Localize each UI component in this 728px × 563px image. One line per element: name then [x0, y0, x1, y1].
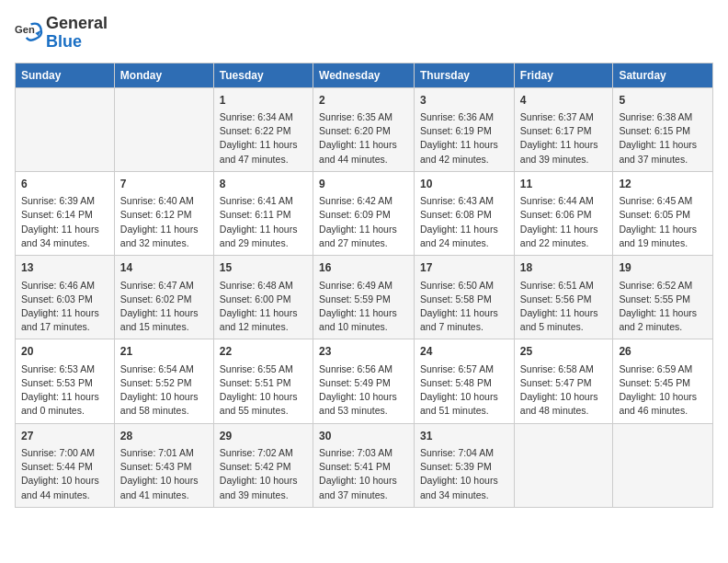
weekday-header-sunday: Sunday	[16, 63, 115, 87]
day-info: Sunrise: 6:39 AM Sunset: 6:14 PM Dayligh…	[21, 194, 108, 250]
logo: Gen GeneralBlue	[15, 15, 108, 52]
day-info: Sunrise: 6:53 AM Sunset: 5:53 PM Dayligh…	[21, 362, 108, 419]
calendar-cell: 18Sunrise: 6:51 AM Sunset: 5:56 PM Dayli…	[514, 256, 613, 339]
weekday-header-thursday: Thursday	[415, 63, 515, 87]
calendar-cell: 17Sunrise: 6:50 AM Sunset: 5:58 PM Dayli…	[415, 256, 515, 339]
day-number: 30	[319, 429, 408, 444]
calendar-cell: 4Sunrise: 6:37 AM Sunset: 6:17 PM Daylig…	[514, 87, 613, 171]
week-row-5: 27Sunrise: 7:00 AM Sunset: 5:44 PM Dayli…	[16, 423, 713, 507]
day-number: 27	[21, 429, 108, 444]
calendar-cell: 28Sunrise: 7:01 AM Sunset: 5:43 PM Dayli…	[114, 423, 213, 507]
calendar-cell: 14Sunrise: 6:47 AM Sunset: 6:02 PM Dayli…	[114, 256, 213, 339]
day-info: Sunrise: 7:03 AM Sunset: 5:41 PM Dayligh…	[319, 446, 408, 502]
calendar-cell: 10Sunrise: 6:43 AM Sunset: 6:08 PM Dayli…	[415, 171, 515, 255]
day-info: Sunrise: 6:43 AM Sunset: 6:08 PM Dayligh…	[420, 194, 508, 250]
calendar-cell: 26Sunrise: 6:59 AM Sunset: 5:45 PM Dayli…	[613, 339, 713, 423]
day-number: 7	[120, 177, 208, 192]
calendar-cell	[114, 87, 213, 171]
day-info: Sunrise: 6:52 AM Sunset: 5:55 PM Dayligh…	[619, 279, 707, 335]
day-number: 5	[619, 93, 707, 109]
day-number: 13	[21, 260, 108, 276]
day-number: 23	[319, 344, 408, 360]
day-info: Sunrise: 6:36 AM Sunset: 6:19 PM Dayligh…	[420, 110, 508, 167]
day-number: 15	[220, 260, 307, 276]
weekday-header-monday: Monday	[114, 63, 213, 87]
day-number: 12	[619, 177, 707, 192]
day-number: 31	[420, 429, 508, 444]
calendar-cell	[613, 423, 713, 507]
day-number: 3	[420, 93, 508, 109]
day-number: 4	[520, 93, 608, 109]
week-row-1: 1Sunrise: 6:34 AM Sunset: 6:22 PM Daylig…	[16, 87, 713, 171]
day-number: 11	[520, 177, 608, 192]
day-number: 1	[220, 93, 307, 109]
weekday-header-wednesday: Wednesday	[313, 63, 415, 87]
calendar-cell: 21Sunrise: 6:54 AM Sunset: 5:52 PM Dayli…	[114, 339, 213, 423]
weekday-header-tuesday: Tuesday	[213, 63, 313, 87]
calendar-cell: 8Sunrise: 6:41 AM Sunset: 6:11 PM Daylig…	[213, 171, 313, 255]
calendar-cell: 23Sunrise: 6:56 AM Sunset: 5:49 PM Dayli…	[313, 339, 415, 423]
day-info: Sunrise: 6:45 AM Sunset: 6:05 PM Dayligh…	[619, 194, 707, 250]
day-number: 6	[21, 177, 108, 192]
day-info: Sunrise: 6:34 AM Sunset: 6:22 PM Dayligh…	[220, 110, 307, 167]
weekday-header-friday: Friday	[514, 63, 613, 87]
day-info: Sunrise: 6:37 AM Sunset: 6:17 PM Dayligh…	[520, 110, 608, 167]
calendar-cell	[514, 423, 613, 507]
day-info: Sunrise: 6:50 AM Sunset: 5:58 PM Dayligh…	[420, 279, 508, 335]
calendar-cell: 3Sunrise: 6:36 AM Sunset: 6:19 PM Daylig…	[415, 87, 515, 171]
day-info: Sunrise: 6:44 AM Sunset: 6:06 PM Dayligh…	[520, 194, 608, 250]
calendar-cell: 20Sunrise: 6:53 AM Sunset: 5:53 PM Dayli…	[16, 339, 115, 423]
logo-blue: Blue	[46, 32, 82, 51]
day-number: 25	[520, 344, 608, 360]
calendar-cell	[16, 87, 115, 171]
day-info: Sunrise: 6:51 AM Sunset: 5:56 PM Dayligh…	[520, 279, 608, 335]
day-info: Sunrise: 6:55 AM Sunset: 5:51 PM Dayligh…	[220, 362, 307, 419]
calendar-cell: 1Sunrise: 6:34 AM Sunset: 6:22 PM Daylig…	[213, 87, 313, 171]
day-number: 28	[120, 429, 208, 444]
day-info: Sunrise: 6:42 AM Sunset: 6:09 PM Dayligh…	[319, 194, 408, 250]
calendar-cell: 27Sunrise: 7:00 AM Sunset: 5:44 PM Dayli…	[16, 423, 115, 507]
day-info: Sunrise: 6:58 AM Sunset: 5:47 PM Dayligh…	[520, 362, 608, 419]
day-info: Sunrise: 6:38 AM Sunset: 6:15 PM Dayligh…	[619, 110, 707, 167]
day-number: 9	[319, 177, 408, 192]
calendar-cell: 9Sunrise: 6:42 AM Sunset: 6:09 PM Daylig…	[313, 171, 415, 255]
calendar-cell: 5Sunrise: 6:38 AM Sunset: 6:15 PM Daylig…	[613, 87, 713, 171]
day-info: Sunrise: 6:40 AM Sunset: 6:12 PM Dayligh…	[120, 194, 208, 250]
weekday-header-saturday: Saturday	[613, 63, 713, 87]
week-row-2: 6Sunrise: 6:39 AM Sunset: 6:14 PM Daylig…	[16, 171, 713, 255]
day-info: Sunrise: 6:59 AM Sunset: 5:45 PM Dayligh…	[619, 362, 707, 419]
day-number: 22	[220, 344, 307, 360]
logo-icon: Gen	[15, 18, 44, 48]
week-row-3: 13Sunrise: 6:46 AM Sunset: 6:03 PM Dayli…	[16, 256, 713, 339]
day-info: Sunrise: 7:01 AM Sunset: 5:43 PM Dayligh…	[120, 446, 208, 502]
day-info: Sunrise: 6:49 AM Sunset: 5:59 PM Dayligh…	[319, 279, 408, 335]
calendar-cell: 11Sunrise: 6:44 AM Sunset: 6:06 PM Dayli…	[514, 171, 613, 255]
day-number: 10	[420, 177, 508, 192]
calendar-cell: 19Sunrise: 6:52 AM Sunset: 5:55 PM Dayli…	[613, 256, 713, 339]
day-number: 18	[520, 260, 608, 276]
day-info: Sunrise: 6:46 AM Sunset: 6:03 PM Dayligh…	[21, 279, 108, 335]
day-info: Sunrise: 6:41 AM Sunset: 6:11 PM Dayligh…	[220, 194, 307, 250]
calendar-cell: 31Sunrise: 7:04 AM Sunset: 5:39 PM Dayli…	[415, 423, 515, 507]
day-number: 24	[420, 344, 508, 360]
day-number: 16	[319, 260, 408, 276]
svg-text:Gen: Gen	[15, 24, 35, 35]
day-info: Sunrise: 7:02 AM Sunset: 5:42 PM Dayligh…	[220, 446, 307, 502]
calendar-cell: 25Sunrise: 6:58 AM Sunset: 5:47 PM Dayli…	[514, 339, 613, 423]
day-number: 19	[619, 260, 707, 276]
page-header: Gen GeneralBlue	[15, 15, 713, 52]
day-info: Sunrise: 6:57 AM Sunset: 5:48 PM Dayligh…	[420, 362, 508, 419]
day-info: Sunrise: 6:47 AM Sunset: 6:02 PM Dayligh…	[120, 279, 208, 335]
calendar-cell: 7Sunrise: 6:40 AM Sunset: 6:12 PM Daylig…	[114, 171, 213, 255]
calendar-cell: 24Sunrise: 6:57 AM Sunset: 5:48 PM Dayli…	[415, 339, 515, 423]
day-info: Sunrise: 6:35 AM Sunset: 6:20 PM Dayligh…	[319, 110, 408, 167]
day-info: Sunrise: 6:54 AM Sunset: 5:52 PM Dayligh…	[120, 362, 208, 419]
calendar-cell: 29Sunrise: 7:02 AM Sunset: 5:42 PM Dayli…	[213, 423, 313, 507]
calendar-table: SundayMondayTuesdayWednesdayThursdayFrid…	[15, 63, 713, 508]
day-number: 26	[619, 344, 707, 360]
day-info: Sunrise: 7:00 AM Sunset: 5:44 PM Dayligh…	[21, 446, 108, 502]
day-number: 2	[319, 93, 408, 109]
logo-text: GeneralBlue	[46, 15, 108, 52]
day-info: Sunrise: 6:56 AM Sunset: 5:49 PM Dayligh…	[319, 362, 408, 419]
calendar-cell: 22Sunrise: 6:55 AM Sunset: 5:51 PM Dayli…	[213, 339, 313, 423]
